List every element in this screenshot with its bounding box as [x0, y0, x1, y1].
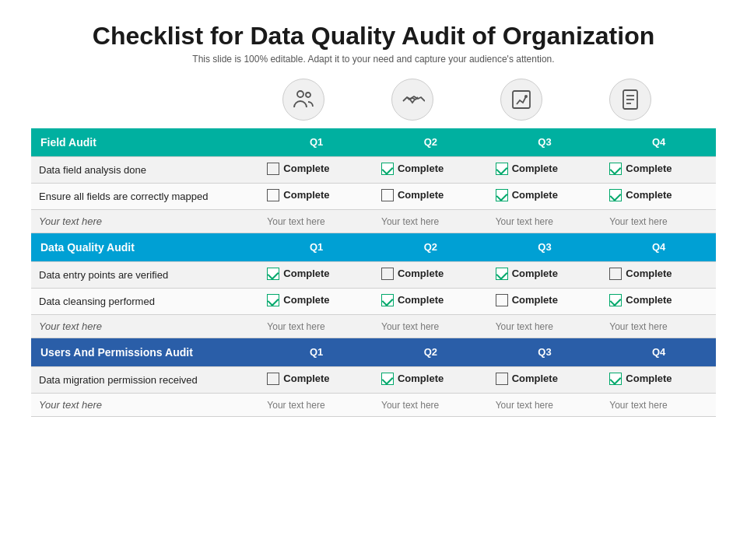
cell-data-quality-1-q3: Complete	[488, 288, 602, 314]
check-complete: Complete	[609, 268, 672, 280]
placeholder-text: Your text here	[381, 321, 439, 332]
check-complete: Complete	[609, 294, 672, 306]
complete-label: Complete	[512, 268, 558, 279]
section-label-data-quality: Data Quality Audit	[31, 233, 259, 261]
check-complete: Complete	[496, 268, 558, 280]
svg-rect-2	[513, 91, 530, 108]
checkbox-unchecked[interactable]	[267, 373, 279, 385]
table-wrapper: Field AuditQ1Q2Q3Q4Data field analysis d…	[31, 128, 716, 544]
complete-label: Complete	[626, 268, 672, 279]
cell-field-audit-2-q4: Your text here	[601, 209, 716, 233]
complete-label: Complete	[283, 373, 329, 384]
complete-label: Complete	[626, 189, 672, 201]
placeholder-text: Your text here	[381, 400, 439, 411]
complete-label: Complete	[626, 294, 672, 306]
quarter-header-users-permissions-q3: Q3	[488, 338, 602, 366]
check-complete: Complete	[496, 373, 558, 385]
check-complete: Complete	[609, 373, 672, 385]
placeholder-text: Your text here	[496, 216, 553, 227]
cell-users-permissions-1-q1: Your text here	[259, 393, 374, 416]
cell-field-audit-0-q3: Complete	[488, 156, 602, 183]
cell-data-quality-1-q4: Complete	[601, 288, 716, 314]
icons-row	[31, 79, 716, 125]
audit-table: Field AuditQ1Q2Q3Q4Data field analysis d…	[31, 128, 716, 417]
section-header-users-permissions: Users And Permissions AuditQ1Q2Q3Q4	[31, 338, 716, 366]
checkbox-unchecked[interactable]	[381, 189, 394, 201]
quarter-header-users-permissions-q4: Q4	[601, 338, 716, 366]
cell-data-quality-1-q1: Complete	[259, 288, 374, 314]
complete-label: Complete	[398, 268, 444, 279]
complete-label: Complete	[512, 189, 558, 201]
complete-label: Complete	[283, 163, 329, 174]
check-complete: Complete	[609, 189, 672, 201]
icon-cell-q2	[358, 79, 467, 125]
checkbox-unchecked[interactable]	[496, 373, 508, 385]
row-label-data-quality-2: Your text here	[31, 314, 259, 338]
check-complete: Complete	[381, 373, 444, 385]
cell-field-audit-2-q1: Your text here	[259, 209, 374, 233]
complete-label: Complete	[283, 268, 329, 279]
check-complete: Complete	[496, 163, 558, 175]
check-complete: Complete	[381, 294, 444, 306]
table-row: Your text hereYour text hereYour text he…	[31, 209, 716, 233]
row-label-data-quality-0: Data entry points are verified	[31, 261, 259, 288]
checkbox-checked[interactable]	[496, 189, 508, 201]
check-complete: Complete	[496, 294, 558, 306]
cell-data-quality-0-q1: Complete	[259, 261, 374, 288]
placeholder-text: Your text here	[496, 400, 553, 411]
check-complete: Complete	[496, 189, 558, 201]
cell-data-quality-0-q4: Complete	[601, 261, 716, 288]
cell-data-quality-2-q2: Your text here	[374, 314, 488, 338]
checkbox-unchecked[interactable]	[267, 163, 279, 175]
cell-data-quality-2-q1: Your text here	[259, 314, 374, 338]
check-complete: Complete	[609, 163, 672, 175]
team-icon	[282, 79, 324, 121]
cell-field-audit-2-q3: Your text here	[488, 209, 602, 233]
checkbox-checked[interactable]	[609, 373, 622, 385]
checkbox-checked[interactable]	[496, 163, 508, 175]
checkbox-unchecked[interactable]	[381, 268, 394, 280]
checkbox-unchecked[interactable]	[496, 294, 508, 306]
checkbox-checked[interactable]	[267, 294, 279, 306]
checkbox-unchecked[interactable]	[609, 268, 622, 280]
table-row: Data entry points are verified Complete …	[31, 261, 716, 288]
cell-field-audit-1-q2: Complete	[374, 183, 488, 209]
svg-point-3	[524, 95, 528, 98]
table-row: Your text hereYour text hereYour text he…	[31, 314, 716, 338]
svg-point-0	[297, 91, 303, 97]
checkbox-checked[interactable]	[267, 268, 279, 280]
checkbox-checked[interactable]	[609, 189, 622, 201]
row-label-users-permissions-1: Your text here	[31, 393, 259, 416]
cell-data-quality-0-q3: Complete	[488, 261, 602, 288]
cell-users-permissions-1-q4: Your text here	[601, 393, 716, 416]
cell-field-audit-0-q1: Complete	[259, 156, 374, 183]
row-label-field-audit-1: Ensure all fields are correctly mapped	[31, 183, 259, 209]
cell-field-audit-0-q4: Complete	[601, 156, 716, 183]
checkbox-checked[interactable]	[381, 163, 394, 175]
checkbox-checked[interactable]	[609, 294, 622, 306]
checkbox-checked[interactable]	[381, 294, 394, 306]
table-row: Ensure all fields are correctly mapped C…	[31, 183, 716, 209]
check-complete: Complete	[381, 189, 444, 201]
chart-icon	[500, 79, 542, 121]
row-label-field-audit-2: Your text here	[31, 209, 259, 233]
complete-label: Complete	[398, 189, 444, 201]
cell-users-permissions-1-q3: Your text here	[488, 393, 602, 416]
checkbox-unchecked[interactable]	[267, 189, 279, 201]
complete-label: Complete	[283, 294, 329, 306]
complete-label: Complete	[398, 373, 444, 384]
checkbox-checked[interactable]	[381, 373, 394, 385]
placeholder-text: Your text here	[267, 216, 324, 227]
quarter-header-field-audit-q3: Q3	[488, 128, 602, 157]
cell-data-quality-2-q4: Your text here	[601, 314, 716, 338]
quarter-header-data-quality-q3: Q3	[488, 233, 602, 261]
quarter-header-users-permissions-q2: Q2	[374, 338, 488, 366]
checkbox-checked[interactable]	[496, 268, 508, 280]
checkbox-checked[interactable]	[609, 163, 622, 175]
table-row: Data field analysis done Complete Comple…	[31, 156, 716, 183]
complete-label: Complete	[512, 373, 558, 384]
check-complete: Complete	[267, 189, 329, 201]
cell-data-quality-1-q2: Complete	[374, 288, 488, 314]
cell-field-audit-1-q1: Complete	[259, 183, 374, 209]
placeholder-text: Your text here	[609, 400, 667, 411]
